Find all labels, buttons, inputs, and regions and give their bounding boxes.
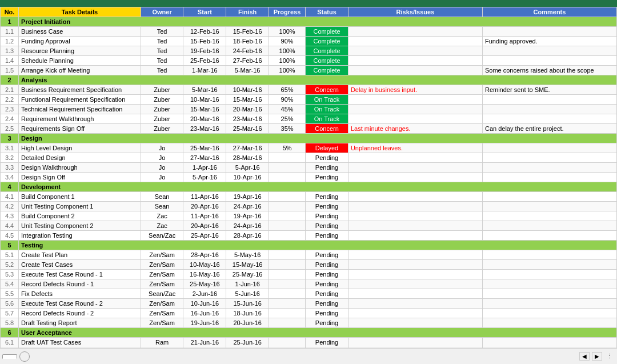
row-num: 5.3 — [1, 270, 19, 279]
comments-cell: Reminder sent to SME. — [482, 85, 616, 95]
section-title: Analysis — [19, 75, 617, 85]
status-badge: Pending — [306, 309, 348, 318]
task-cell: Record Defects Round - 1 — [19, 279, 141, 289]
risks-cell — [348, 250, 482, 260]
status-badge: Pending — [306, 192, 348, 202]
table-row: 2.4Requirement WalkthroughZuber20-Mar-16… — [1, 114, 617, 124]
owner-cell: Zuber — [141, 95, 183, 105]
col-header-start: Start — [183, 7, 226, 17]
task-cell: Design Sign Off — [19, 173, 141, 182]
status-badge: Pending — [306, 338, 348, 347]
owner-cell: Sean/Zac — [141, 231, 183, 241]
table-row: 2.5Requirements Sign OffZuber23-Mar-1625… — [1, 124, 617, 134]
progress-cell — [269, 279, 306, 289]
scroll-left-button[interactable]: ◀ — [579, 352, 590, 361]
start-cell: 19-Jun-16 — [183, 318, 226, 328]
sheet-tab-project-plan[interactable] — [2, 354, 17, 359]
col-header-progress: Progress — [269, 7, 306, 17]
status-badge: Pending — [306, 211, 348, 221]
status-badge: Pending — [306, 153, 348, 163]
table-row: 5.1Create Test PlanZen/Sam28-Apr-165-May… — [1, 250, 617, 260]
finish-cell: 25-Mar-16 — [226, 124, 269, 134]
finish-cell: 18-Jun-16 — [226, 309, 269, 318]
progress-cell: 100% — [269, 27, 306, 37]
status-badge: Complete — [306, 56, 348, 66]
finish-cell: 28-Apr-16 — [226, 231, 269, 241]
start-cell: 1-Apr-16 — [183, 163, 226, 173]
owner-cell: Zuber — [141, 85, 183, 95]
col-header-risks: Risks/Issues — [348, 7, 482, 17]
owner-cell: Sean — [141, 202, 183, 211]
start-cell: 25-Mar-16 — [183, 143, 226, 153]
table-row: 5.5Fix DefectsSean/Zac2-Jun-165-Jun-16Pe… — [1, 289, 617, 299]
title-bar — [0, 0, 617, 7]
start-cell: 15-Feb-16 — [183, 37, 226, 46]
progress-cell — [269, 270, 306, 279]
task-cell: Funding Approval — [19, 37, 141, 46]
row-num: 1.5 — [1, 66, 19, 75]
row-num: 3.3 — [1, 163, 19, 173]
status-badge: On Track — [306, 114, 348, 124]
table-row: 4.5Integration TestingSean/Zac25-Apr-162… — [1, 231, 617, 241]
progress-cell — [269, 318, 306, 328]
start-cell: 2-Jun-16 — [183, 289, 226, 299]
col-header-comments: Comments — [482, 7, 616, 17]
finish-cell: 27-Feb-16 — [226, 56, 269, 66]
comments-cell — [482, 221, 616, 231]
row-num: 3.2 — [1, 153, 19, 163]
row-num: 4.1 — [1, 192, 19, 202]
risks-cell — [348, 95, 482, 105]
progress-cell — [269, 153, 306, 163]
col-header-owner: Owner — [141, 7, 183, 17]
finish-cell: 20-Jun-16 — [226, 318, 269, 328]
status-badge: Pending — [306, 173, 348, 182]
comments-cell — [482, 143, 616, 153]
spreadsheet-container[interactable]: No. Task Details Owner Start Finish Prog… — [0, 7, 617, 348]
status-badge: Pending — [306, 221, 348, 231]
task-cell: Resource Planning — [19, 46, 141, 56]
finish-cell: 15-Feb-16 — [226, 27, 269, 37]
table-row: 3.2Detailed DesignJo27-Mar-1628-Mar-16Pe… — [1, 153, 617, 163]
table-row: 5.7Record Defects Round - 2Zen/Sam16-Jun… — [1, 309, 617, 318]
progress-cell: 90% — [269, 95, 306, 105]
progress-cell — [269, 173, 306, 182]
finish-cell: 18-Feb-16 — [226, 37, 269, 46]
comments-cell — [482, 202, 616, 211]
status-badge: Pending — [306, 318, 348, 328]
owner-cell: Zen/Sam — [141, 299, 183, 309]
status-badge: Concern — [306, 85, 348, 95]
scroll-right-button[interactable]: ▶ — [592, 352, 602, 361]
row-num: 4.2 — [1, 202, 19, 211]
comments-cell — [482, 279, 616, 289]
progress-cell: 90% — [269, 37, 306, 46]
progress-cell — [269, 260, 306, 270]
row-num: 4.3 — [1, 211, 19, 221]
risks-cell — [348, 27, 482, 37]
task-cell: Technical Requirement Specification — [19, 105, 141, 114]
comments-cell — [482, 114, 616, 124]
start-cell: 20-Apr-16 — [183, 202, 226, 211]
comments-cell — [482, 153, 616, 163]
table-row: 5.6Execute Test Case Round - 2Zen/Sam10-… — [1, 299, 617, 309]
finish-cell: 25-Jun-16 — [226, 338, 269, 347]
table-row: 5.2Create Test CasesZen/Sam10-May-1615-M… — [1, 260, 617, 270]
table-row: 2.2Functional Requirement SpecificationZ… — [1, 95, 617, 105]
add-sheet-button[interactable] — [19, 351, 30, 362]
risks-cell — [348, 56, 482, 66]
risks-cell — [348, 309, 482, 318]
status-badge: Complete — [306, 46, 348, 56]
start-cell: 21-Jun-16 — [183, 338, 226, 347]
table-row: 6.1Draft UAT Test CasesRam21-Jun-1625-Ju… — [1, 338, 617, 347]
progress-cell: 65% — [269, 85, 306, 95]
task-cell: Detailed Design — [19, 153, 141, 163]
table-row: 1.5Arrange Kick off MeetingTed1-Mar-165-… — [1, 66, 617, 75]
risks-cell — [348, 173, 482, 182]
section-row: 2Analysis — [1, 75, 617, 85]
table-row: 4.2Unit Testing Component 1Sean20-Apr-16… — [1, 202, 617, 211]
row-num: 2.2 — [1, 95, 19, 105]
owner-cell: Jo — [141, 163, 183, 173]
owner-cell: Jo — [141, 143, 183, 153]
comments-cell: Some concerns raised about the scope — [482, 66, 616, 75]
finish-cell: 5-May-16 — [226, 250, 269, 260]
status-badge: Pending — [306, 260, 348, 270]
